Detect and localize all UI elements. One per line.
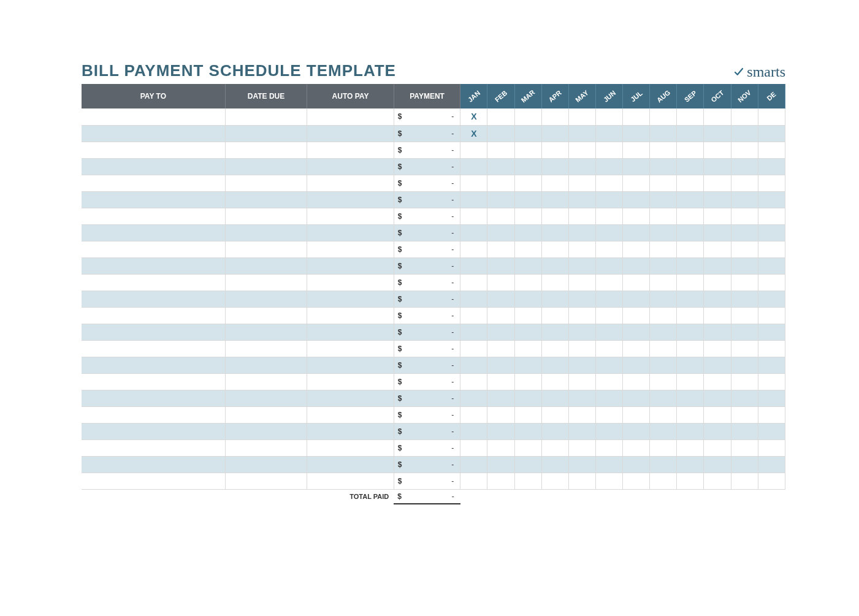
cell-month[interactable] — [568, 158, 595, 175]
cell-month[interactable] — [623, 307, 650, 324]
cell-month[interactable] — [731, 191, 758, 208]
cell-month[interactable] — [595, 439, 622, 456]
cell-month[interactable] — [650, 439, 677, 456]
cell-month[interactable] — [568, 324, 595, 340]
cell-payment[interactable]: $- — [394, 473, 460, 489]
cell-month[interactable] — [650, 241, 677, 257]
cell-auto-pay[interactable] — [307, 357, 394, 373]
cell-auto-pay[interactable] — [307, 191, 394, 208]
cell-month[interactable] — [704, 175, 731, 191]
cell-month[interactable] — [595, 191, 622, 208]
cell-month[interactable] — [758, 158, 785, 175]
cell-month[interactable] — [731, 274, 758, 291]
cell-month[interactable] — [541, 340, 568, 357]
cell-month[interactable] — [541, 142, 568, 158]
cell-month[interactable] — [487, 142, 514, 158]
cell-month[interactable] — [541, 257, 568, 274]
cell-month[interactable] — [704, 473, 731, 489]
cell-month[interactable] — [758, 257, 785, 274]
cell-month[interactable] — [568, 191, 595, 208]
cell-month[interactable] — [677, 456, 704, 473]
cell-auto-pay[interactable] — [307, 324, 394, 340]
cell-month[interactable] — [541, 324, 568, 340]
cell-month[interactable] — [541, 406, 568, 423]
cell-auto-pay[interactable] — [307, 274, 394, 291]
cell-payment[interactable]: $- — [394, 439, 460, 456]
cell-month[interactable] — [677, 224, 704, 241]
cell-date-due[interactable] — [225, 406, 307, 423]
cell-month[interactable] — [650, 125, 677, 142]
cell-month[interactable] — [623, 241, 650, 257]
cell-month[interactable] — [731, 456, 758, 473]
cell-month[interactable] — [758, 274, 785, 291]
cell-month[interactable] — [650, 456, 677, 473]
cell-month[interactable] — [650, 340, 677, 357]
cell-month[interactable] — [487, 423, 514, 439]
cell-date-due[interactable] — [225, 257, 307, 274]
cell-date-due[interactable] — [225, 473, 307, 489]
cell-pay-to[interactable] — [82, 340, 225, 357]
cell-month[interactable] — [460, 357, 487, 373]
cell-month[interactable] — [677, 423, 704, 439]
cell-month[interactable] — [731, 324, 758, 340]
cell-auto-pay[interactable] — [307, 340, 394, 357]
cell-month[interactable] — [595, 175, 622, 191]
cell-month[interactable] — [541, 125, 568, 142]
cell-date-due[interactable] — [225, 175, 307, 191]
cell-date-due[interactable] — [225, 191, 307, 208]
cell-month[interactable] — [460, 291, 487, 307]
cell-month[interactable] — [460, 257, 487, 274]
cell-month[interactable] — [541, 373, 568, 390]
cell-month[interactable] — [731, 473, 758, 489]
cell-month[interactable] — [460, 324, 487, 340]
cell-month[interactable] — [568, 208, 595, 224]
cell-month[interactable] — [568, 439, 595, 456]
cell-month[interactable] — [541, 191, 568, 208]
cell-auto-pay[interactable] — [307, 473, 394, 489]
cell-month[interactable] — [758, 423, 785, 439]
cell-month[interactable] — [541, 357, 568, 373]
cell-month[interactable] — [758, 473, 785, 489]
cell-pay-to[interactable] — [82, 241, 225, 257]
cell-month[interactable] — [568, 274, 595, 291]
cell-auto-pay[interactable] — [307, 241, 394, 257]
cell-month[interactable] — [487, 125, 514, 142]
cell-month[interactable] — [487, 456, 514, 473]
cell-month[interactable] — [650, 373, 677, 390]
cell-month[interactable] — [731, 257, 758, 274]
cell-pay-to[interactable] — [82, 406, 225, 423]
cell-payment[interactable]: $- — [394, 125, 460, 142]
cell-auto-pay[interactable] — [307, 456, 394, 473]
cell-payment[interactable]: $- — [394, 175, 460, 191]
cell-month[interactable] — [541, 224, 568, 241]
cell-month[interactable] — [514, 274, 541, 291]
cell-month[interactable] — [650, 191, 677, 208]
cell-month[interactable] — [623, 423, 650, 439]
cell-month[interactable] — [650, 142, 677, 158]
cell-month[interactable] — [514, 423, 541, 439]
cell-month[interactable] — [731, 158, 758, 175]
cell-date-due[interactable] — [225, 357, 307, 373]
cell-month[interactable] — [460, 241, 487, 257]
cell-month[interactable] — [595, 142, 622, 158]
cell-month[interactable]: X — [460, 108, 487, 125]
cell-month[interactable] — [541, 274, 568, 291]
cell-month[interactable] — [677, 191, 704, 208]
cell-auto-pay[interactable] — [307, 406, 394, 423]
cell-month[interactable] — [541, 390, 568, 406]
cell-date-due[interactable] — [225, 390, 307, 406]
cell-month[interactable] — [677, 406, 704, 423]
cell-month[interactable] — [650, 423, 677, 439]
cell-date-due[interactable] — [225, 224, 307, 241]
cell-pay-to[interactable] — [82, 191, 225, 208]
cell-month[interactable] — [758, 108, 785, 125]
cell-month[interactable] — [460, 406, 487, 423]
cell-month[interactable] — [704, 191, 731, 208]
cell-month[interactable] — [758, 307, 785, 324]
cell-month[interactable] — [650, 291, 677, 307]
cell-month[interactable] — [460, 456, 487, 473]
cell-month[interactable] — [758, 175, 785, 191]
cell-month[interactable] — [731, 357, 758, 373]
cell-month[interactable] — [650, 406, 677, 423]
cell-date-due[interactable] — [225, 274, 307, 291]
